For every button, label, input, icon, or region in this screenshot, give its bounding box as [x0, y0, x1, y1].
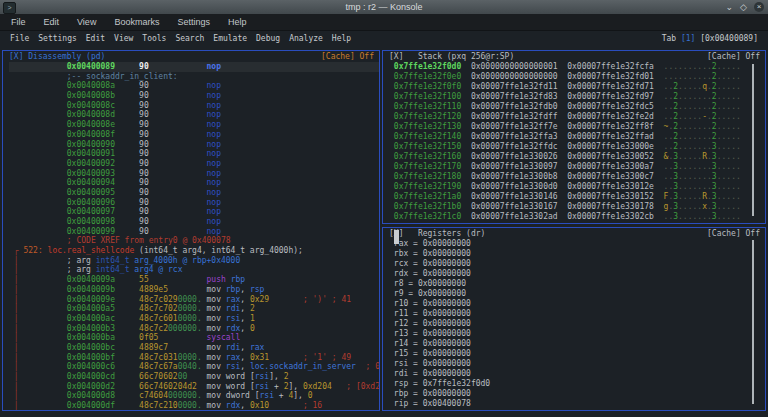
stack-row[interactable]: 0x7ffe1e32f1a0 0x00007ffe1e330146 0x0000… [389, 192, 765, 202]
register-row[interactable]: r13 = 0x00000000 [389, 329, 765, 339]
menu-item-settings[interactable]: Settings [38, 34, 77, 43]
stack-row[interactable]: 0x7ffe1e32f180 0x00007ffe1e3300b8 0x0000… [389, 172, 765, 182]
stack-row[interactable]: 0x7ffe1e32f120 0x00007ffe1e32fdff 0x0000… [389, 112, 765, 122]
disasm-line[interactable]: │ ; arg int64_t arg_4000h @ rbp+0x4000 [9, 256, 379, 266]
stack-row[interactable]: 0x7ffe1e32f160 0x00007ffe1e330026 0x0000… [389, 152, 765, 162]
register-row[interactable]: rdx = 0x00000000 [389, 269, 765, 279]
menu-item-emulate[interactable]: Emulate [213, 34, 247, 43]
stack-panel[interactable]: [X] Stack (pxq 256@r:SP)[Cache] Off 0x7f… [382, 50, 766, 224]
disasm-line[interactable]: 0x0040008c 90 nop [9, 101, 379, 111]
stack-row[interactable]: 0x7ffe1e32f0d0 0x0000000000000001 0x0000… [389, 62, 765, 72]
disasm-line[interactable]: │ 0x004000df 48c7c2100000. mov rdx, 0x10… [9, 401, 379, 411]
register-row[interactable]: rax = 0x00000000 [389, 239, 765, 249]
disassembly-panel-header: [X] Disassembly (pd)[Cache] Off [3, 51, 379, 62]
maximize-button[interactable]: ◇ [740, 0, 747, 14]
cache-toggle[interactable]: [Cache] Off [321, 51, 374, 62]
disasm-line[interactable]: 0x00400095 90 nop [9, 188, 379, 198]
disasm-line[interactable]: 0x00400099 90 nop [9, 227, 379, 237]
disasm-line[interactable]: │ 0x0040009a 55 push rbp [9, 275, 379, 285]
disasm-line[interactable]: 0x00400097 90 nop [9, 207, 379, 217]
disasm-line[interactable]: 0x0040008a 90 nop [9, 81, 379, 91]
disasm-line[interactable]: │ 0x004000d8 c74604000000. mov dword [rs… [9, 391, 379, 401]
disasm-line[interactable]: │ 0x004000b3 48c7c2000000. mov rdx, 0 [9, 324, 379, 334]
register-row[interactable]: rsp = 0x7ffe1e32f0d0 [389, 379, 765, 389]
disasm-line[interactable]: 0x0040008b 90 nop [9, 91, 379, 101]
disasm-line[interactable]: 0x0040008d 90 nop [9, 110, 379, 120]
disasm-line[interactable]: 0x0040008f 90 nop [9, 130, 379, 140]
register-row[interactable]: rbx = 0x00000000 [389, 249, 765, 259]
registers-body: rax = 0x00000000 rbx = 0x00000000 rcx = … [383, 239, 765, 409]
panel-title: [X] Stack (pxq 256@r:SP) [389, 52, 514, 61]
disasm-line[interactable]: │ 0x004000c6 48c7c67a0040. mov rsi, loc.… [9, 362, 379, 372]
disasm-line[interactable]: 0x00400094 90 nop [9, 178, 379, 188]
registers-panel[interactable]: [X] Registers (dr)[Cache] Off rax = 0x00… [382, 227, 766, 411]
stack-row[interactable]: 0x7ffe1e32f100 0x00007ffe1e32fd83 0x0000… [389, 92, 765, 102]
disasm-line[interactable]: │ 0x004000ac 48c7c6010000. mov rsi, 1 [9, 314, 379, 324]
disasm-line[interactable]: │ 0x004000d2 66c7460204d2 mov word [rsi … [9, 382, 379, 392]
disasm-line[interactable]: 0x0040008e 90 nop [9, 120, 379, 130]
menu-item-file[interactable]: File [10, 34, 29, 43]
stack-row[interactable]: 0x7ffe1e32f1c0 0x00007ffe1e3302ad 0x0000… [389, 212, 765, 222]
menu-item-help[interactable]: Help [332, 34, 351, 43]
disasm-line[interactable]: ;-- sockaddr_in_client: [9, 72, 379, 82]
disasm-line[interactable]: ┌ 522: loc.real_shellcode (int64_t arg4,… [9, 246, 379, 256]
disasm-line[interactable]: 0x00400093 90 nop [9, 169, 379, 179]
menu-item-debug[interactable]: Debug [256, 34, 280, 43]
menu-item-edit[interactable]: Edit [86, 34, 105, 43]
disasm-line[interactable]: │ 0x0040009e 48c7c0290000. mov rax, 0x29… [9, 295, 379, 305]
menu-item-analyze[interactable]: Analyze [289, 34, 323, 43]
menu-item-help[interactable]: Help [219, 17, 256, 27]
stack-row[interactable]: 0x7ffe1e32f190 0x00007ffe1e3300d0 0x0000… [389, 182, 765, 192]
menu-item-search[interactable]: Search [175, 34, 204, 43]
register-row[interactable]: r12 = 0x00000000 [389, 319, 765, 329]
stack-row[interactable]: 0x7ffe1e32f170 0x00007ffe1e330097 0x0000… [389, 162, 765, 172]
disasm-line[interactable]: │ ; arg int64_t arg4 @ rcx [9, 265, 379, 275]
register-row[interactable]: rip = 0x00400078 [389, 399, 765, 409]
stack-row[interactable]: 0x7ffe1e32f1b0 0x00007ffe1e330167 0x0000… [389, 202, 765, 212]
menu-item-bookmarks[interactable]: Bookmarks [105, 17, 168, 27]
register-row[interactable]: r9 = 0x00000000 [389, 289, 765, 299]
register-row[interactable]: r10 = 0x00000000 [389, 299, 765, 309]
menu-item-settings[interactable]: Settings [168, 17, 219, 27]
register-row[interactable]: r14 = 0x00000000 [389, 339, 765, 349]
disasm-line[interactable]: │ 0x004000bf 48c7c0310000. mov rax, 0x31… [9, 353, 379, 363]
register-row[interactable]: r15 = 0x00000000 [389, 349, 765, 359]
stack-scrollbar[interactable] [752, 64, 754, 216]
stack-row[interactable]: 0x7ffe1e32f130 0x00007ffe1e32ff7e 0x0000… [389, 122, 765, 132]
tab-indicator[interactable]: Tab [1] [0x00400089] [662, 34, 758, 43]
disasm-line[interactable]: 0x00400092 90 nop [9, 159, 379, 169]
disasm-line[interactable]: │ 0x004000bc 4889c7 mov rdi, rax [9, 343, 379, 353]
menu-item-tools[interactable]: Tools [142, 34, 166, 43]
menu-item-file[interactable]: File [2, 17, 35, 27]
stack-row[interactable]: 0x7ffe1e32f150 0x00007ffe1e32ffdc 0x0000… [389, 142, 765, 152]
minimize-button[interactable]: ⌄ [726, 0, 734, 14]
close-button[interactable]: × [754, 2, 764, 12]
register-row[interactable]: r11 = 0x00000000 [389, 309, 765, 319]
disasm-line[interactable]: │ 0x004000cd 66c7060200 mov word [rsi], … [9, 372, 379, 382]
disasm-line[interactable]: │ 0x004000a5 48c7c7020000. mov rdi, 2 [9, 304, 379, 314]
register-row[interactable]: rcx = 0x00000000 [389, 259, 765, 269]
cache-toggle[interactable]: [Cache] Off [707, 51, 760, 62]
disasm-line[interactable]: │ 0x004000ba 0f05 syscall [9, 333, 379, 343]
disasm-line[interactable]: 0x00400096 90 nop [9, 198, 379, 208]
menu-item-view[interactable]: View [68, 17, 105, 27]
disasm-line[interactable]: 0x00400091 90 nop [9, 149, 379, 159]
register-row[interactable]: rbp = 0x00000000 [389, 389, 765, 399]
register-row[interactable]: rsi = 0x00000000 [389, 359, 765, 369]
disasm-line-current[interactable]: 0x00400089 90 nop [9, 62, 379, 72]
disasm-line[interactable]: 0x00400098 90 nop [9, 217, 379, 227]
register-row[interactable]: r8 = 0x00000000 [389, 279, 765, 289]
cache-toggle[interactable]: [Cache] Off [707, 228, 760, 239]
disasm-line[interactable]: ; CODE XREF from entry0 @ 0x400078 [9, 236, 379, 246]
disassembly-panel[interactable]: [X] Disassembly (pd)[Cache] Off 0x004000… [2, 50, 380, 411]
registers-scrollbar[interactable] [752, 240, 754, 404]
menu-item-view[interactable]: View [114, 34, 133, 43]
menu-item-edit[interactable]: Edit [35, 17, 69, 27]
disasm-line[interactable]: │ 0x0040009b 4889e5 mov rbp, rsp [9, 285, 379, 295]
disasm-line[interactable]: 0x00400090 90 nop [9, 140, 379, 150]
stack-row[interactable]: 0x7ffe1e32f140 0x00007ffe1e32ffa3 0x0000… [389, 132, 765, 142]
register-row[interactable]: rdi = 0x00000000 [389, 369, 765, 379]
stack-row[interactable]: 0x7ffe1e32f0e0 0x0000000000000000 0x0000… [389, 72, 765, 82]
stack-row[interactable]: 0x7ffe1e32f0f0 0x00007ffe1e32fd11 0x0000… [389, 82, 765, 92]
stack-row[interactable]: 0x7ffe1e32f110 0x00007ffe1e32fdb0 0x0000… [389, 102, 765, 112]
